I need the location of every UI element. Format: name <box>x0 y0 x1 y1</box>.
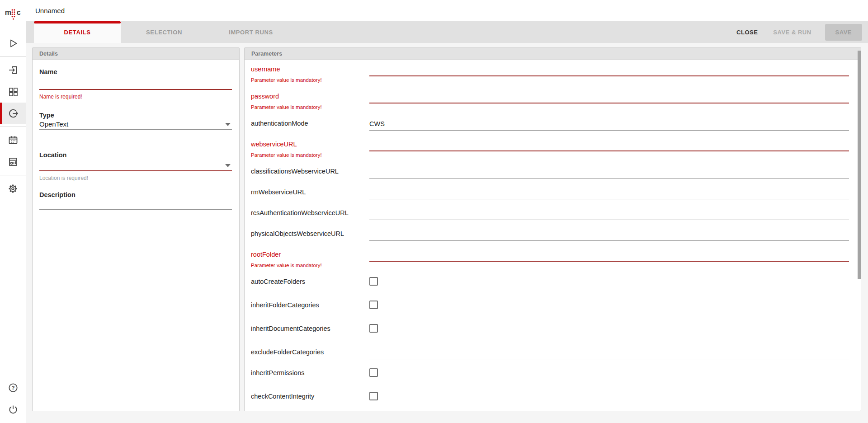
parameter-input[interactable] <box>369 248 849 262</box>
name-input[interactable] <box>39 75 232 90</box>
save-and-run-button[interactable]: SAVE & RUN <box>773 29 811 36</box>
toolbar-actions: CLOSE SAVE & RUN SAVE <box>736 21 868 43</box>
close-button[interactable]: CLOSE <box>736 29 758 36</box>
app-logo: m c <box>4 4 23 25</box>
field-location: Location Location is required! <box>39 151 232 181</box>
tab-selection[interactable]: SELECTION <box>121 21 208 43</box>
tab-import-runs[interactable]: IMPORT RUNS <box>208 21 294 43</box>
details-form: Name Name is required! Type OpenText Loc… <box>33 60 239 411</box>
parameter-input[interactable] <box>369 207 849 220</box>
sidebar-item-settings[interactable] <box>0 178 26 199</box>
parameter-input[interactable] <box>369 227 849 241</box>
parameter-row: authenticationMode CWS <box>251 117 849 138</box>
parameter-row: username Parameter value is mandatory! <box>251 63 849 90</box>
parameter-row: rootFolder Parameter value is mandatory! <box>251 248 849 275</box>
parameters-panel-title: Parameters <box>251 51 282 57</box>
parameter-label-cell: password Parameter value is mandatory! <box>251 90 369 110</box>
calendar-icon <box>7 134 19 146</box>
sidebar-item-export[interactable] <box>0 103 26 124</box>
sidebar-item-import[interactable] <box>0 59 26 81</box>
field-type: Type OpenText <box>39 112 232 130</box>
save-button[interactable]: SAVE <box>825 24 862 41</box>
gear-icon <box>7 183 19 195</box>
parameter-label-cell: rootFolder Parameter value is mandatory! <box>251 248 369 268</box>
parameter-input[interactable]: CWS <box>369 117 849 131</box>
sidebar-item-overview[interactable] <box>0 81 26 103</box>
parameter-label-cell: authenticationMode <box>251 117 369 127</box>
tab-details[interactable]: DETAILS <box>34 21 121 43</box>
parameters-form: username Parameter value is mandatory! p… <box>245 60 861 411</box>
migration-center-logo-icon: m c <box>4 4 23 24</box>
sidebar-divider <box>0 175 26 175</box>
parameter-input[interactable] <box>369 138 849 151</box>
parameter-checkbox[interactable] <box>369 301 378 309</box>
parameter-input[interactable] <box>369 186 849 199</box>
parameter-label: physicalObjectsWebserviceURL <box>251 230 369 237</box>
import-icon <box>7 64 19 76</box>
parameter-checkbox[interactable] <box>369 324 378 333</box>
parameter-label: webserviceURL <box>251 141 369 148</box>
sidebar: m c <box>0 0 26 423</box>
parameter-input[interactable] <box>369 90 849 103</box>
location-label: Location <box>39 151 232 159</box>
description-input[interactable] <box>39 198 232 210</box>
parameter-value-cell <box>369 346 849 359</box>
parameter-checkbox[interactable] <box>369 277 378 286</box>
parameter-label: inheritFolderCategories <box>251 301 369 309</box>
parameter-error-text: Parameter value is mandatory! <box>251 263 369 268</box>
parameter-row: classificationsWebserviceURL <box>251 165 849 186</box>
parameter-value-cell <box>369 186 849 199</box>
parameter-row: autoCreateFolders <box>251 275 849 299</box>
type-value: OpenText <box>39 120 68 129</box>
parameter-error-text: Parameter value is mandatory! <box>251 77 369 83</box>
description-label: Description <box>39 191 232 198</box>
sidebar-item-run[interactable] <box>0 33 26 54</box>
parameter-row: rmWebserviceURL <box>251 186 849 207</box>
parameter-input[interactable] <box>369 346 849 359</box>
parameter-row: rcsAuthenticationWebserviceURL <box>251 207 849 227</box>
parameter-label-cell: autoCreateFolders <box>251 275 369 285</box>
parameter-label-cell: inheritPermissions <box>251 367 369 376</box>
dropdown-arrow-icon <box>225 123 231 126</box>
parameter-error-text: Parameter value is mandatory! <box>251 152 369 158</box>
export-icon <box>7 108 19 119</box>
parameter-row: physicalObjectsWebserviceURL <box>251 227 849 248</box>
sidebar-item-help[interactable]: ? <box>0 377 26 399</box>
location-select[interactable] <box>39 159 232 171</box>
main-area: Unnamed DETAILS SELECTION IMPORT RUNS CL… <box>26 0 868 423</box>
sidebar-item-reports[interactable] <box>0 151 26 173</box>
parameter-value-cell <box>369 390 849 400</box>
parameter-row: webserviceURL Parameter value is mandato… <box>251 138 849 165</box>
parameter-row: checkContentIntegrity <box>251 390 849 411</box>
parameter-checkbox[interactable] <box>369 392 378 400</box>
parameter-row: inheritPermissions <box>251 367 849 390</box>
scrollbar-thumb[interactable] <box>858 51 861 279</box>
parameter-label: username <box>251 66 369 73</box>
parameter-value-cell <box>369 165 849 179</box>
parameter-label-cell: physicalObjectsWebserviceURL <box>251 227 369 237</box>
parameter-value-cell <box>369 275 849 286</box>
location-hint-text: Location is required! <box>39 175 232 181</box>
sidebar-divider <box>0 56 26 57</box>
parameter-value-cell <box>369 138 849 151</box>
sidebar-item-logout[interactable] <box>0 399 26 420</box>
svg-text:c: c <box>16 8 20 16</box>
field-description: Description <box>39 191 232 210</box>
page-title: Unnamed <box>35 7 65 14</box>
report-chart-icon <box>7 156 19 168</box>
parameter-input[interactable] <box>369 63 849 76</box>
parameter-value-cell <box>369 248 849 262</box>
parameter-label-cell: excludeFolderCategories <box>251 346 369 356</box>
parameter-row: inheritDocumentCategories <box>251 322 849 346</box>
parameter-label: inheritDocumentCategories <box>251 325 369 332</box>
parameter-label-cell: checkContentIntegrity <box>251 390 369 400</box>
sidebar-item-scheduler[interactable] <box>0 129 26 151</box>
dropdown-arrow-icon <box>225 164 231 167</box>
parameter-label-cell: rcsAuthenticationWebserviceURL <box>251 207 369 216</box>
parameter-label: inheritPermissions <box>251 369 369 376</box>
parameter-checkbox[interactable] <box>369 368 378 377</box>
content-area: Details Name Name is required! Type Open… <box>26 43 868 423</box>
type-select[interactable]: OpenText <box>39 119 232 130</box>
parameter-value-cell <box>369 90 849 103</box>
parameter-input[interactable] <box>369 165 849 179</box>
